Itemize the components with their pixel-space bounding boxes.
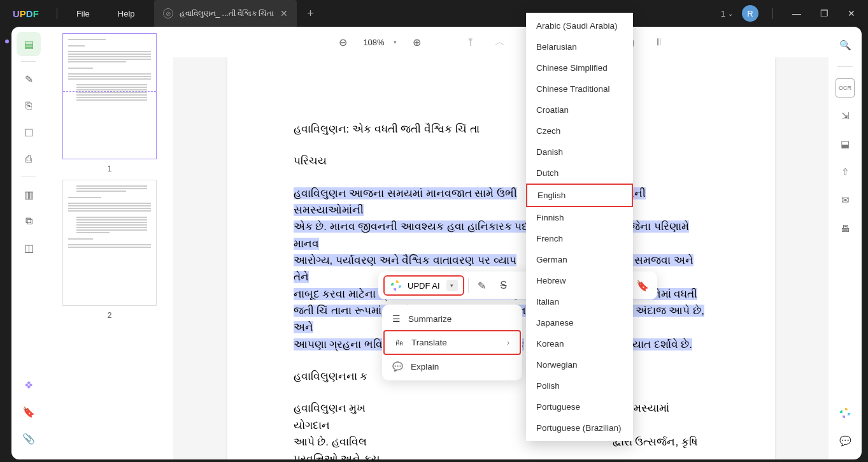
crop-tool[interactable]: ⧉ <box>17 209 41 233</box>
lang-option-portuguese-brazilian[interactable]: Portuguese (Brazilian) <box>526 417 633 438</box>
tab-title: હવાવિલુણન_ ...તી વૈશ્વિક ચિંતા <box>180 9 274 18</box>
ai-logo-icon <box>390 279 402 292</box>
chevron-down-icon: ▾ <box>446 280 458 291</box>
minimize-button[interactable]: — <box>787 8 806 18</box>
view-toolbar: ⊖ 108%▾ ⊕ ⤒ ︿ ▢ ⫴ <box>173 27 829 57</box>
page-layout-button[interactable]: ⫴ <box>650 33 668 51</box>
selected-text: હવાવિલુણન આજના સમયમાં માનવજાત સામે ઉભી <box>294 187 518 199</box>
thumbnail-image <box>62 33 157 159</box>
main-area: ⊖ 108%▾ ⊕ ⤒ ︿ ▢ ⫴ હવાવિલુણન: એક વધતી જતી… <box>173 27 829 459</box>
app-logo: UPDF <box>0 8 52 19</box>
left-toolbar: ▤ ✎ ⎘ ☐ ⎙ ▥ ⧉ ◫ ❖ 🔖 📎 <box>11 27 46 459</box>
chevron-right-icon: › <box>507 338 509 347</box>
lang-option-danish[interactable]: Danish <box>526 141 633 162</box>
page-indicator[interactable]: 1⌄ <box>721 9 733 18</box>
lang-option-english[interactable]: English <box>526 184 633 207</box>
lang-option-dutch[interactable]: Dutch <box>526 162 633 184</box>
explain-icon: 💬 <box>392 361 403 372</box>
lang-option-arabic[interactable]: Arabic (Saudi Arabia) <box>526 15 633 36</box>
lang-option-norwegian[interactable]: Norwegian <box>526 354 633 375</box>
divider <box>772 8 773 19</box>
titlebar: UPDF File Help ⊘ હવાવિલુણન_ ...તી વૈશ્વિ… <box>0 0 868 27</box>
bookmark-button[interactable]: 🔖 <box>632 275 653 296</box>
first-page-button[interactable]: ⤒ <box>462 33 480 51</box>
lang-option-polish[interactable]: Polish <box>526 375 633 396</box>
search-button[interactable]: 🔍 <box>836 36 855 55</box>
document-page: હવાવિલુણન: એક વધતી જતી વૈશ્વિક ચિં તા પર… <box>227 57 775 459</box>
lang-option-croatian[interactable]: Croatian <box>526 99 633 120</box>
close-window-button[interactable]: ✕ <box>843 8 860 18</box>
separator <box>21 61 36 62</box>
ai-submenu: ☰ Summarize 🗛 Translate › 💬 Explain <box>382 305 522 380</box>
email-button[interactable]: ✉ <box>836 191 855 210</box>
zoom-out-button[interactable]: ⊖ <box>334 33 352 51</box>
ocr-button[interactable]: OCR <box>836 78 855 97</box>
lang-option-chinese-simplified[interactable]: Chinese Simplified <box>526 57 633 78</box>
lang-option-italian[interactable]: Italian <box>526 291 633 312</box>
separator <box>21 177 36 177</box>
user-avatar[interactable]: R <box>742 5 758 22</box>
thumbnail-panel: 1 2 <box>46 27 173 459</box>
separator <box>837 66 853 67</box>
ai-summarize-item[interactable]: ☰ Summarize <box>382 307 522 330</box>
thumbnail-number: 2 <box>61 311 158 320</box>
menu-help[interactable]: Help <box>104 9 149 18</box>
lang-option-chinese-traditional[interactable]: Chinese Traditional <box>526 78 633 99</box>
new-tab-button[interactable]: + <box>297 7 324 20</box>
convert-button[interactable]: ⇲ <box>836 106 855 126</box>
tab-doc-icon: ⊘ <box>163 8 173 18</box>
thumbnail-page-2[interactable]: 2 <box>61 180 158 320</box>
translate-icon: 🗛 <box>395 338 404 347</box>
lang-option-korean[interactable]: Korean <box>526 333 633 354</box>
doc-paragraph: હવાવિલુણન મુખઆ સમસ્યામાં યોગદાન આપે છે. … <box>294 400 709 459</box>
list-icon: ☰ <box>392 314 401 324</box>
lang-option-hebrew[interactable]: Hebrew <box>526 270 633 291</box>
document-viewport[interactable]: હવાવિલુણન: એક વધતી જતી વૈશ્વિક ચિં તા પર… <box>173 57 829 459</box>
document-tab[interactable]: ⊘ હવાવિલુણન_ ...તી વૈશ્વિક ચિંતા ✕ <box>154 0 297 27</box>
zoom-in-button[interactable]: ⊕ <box>408 33 426 51</box>
workspace: ▤ ✎ ⎘ ☐ ⎙ ▥ ⧉ ◫ ❖ 🔖 📎 1 2 <box>11 27 862 459</box>
language-dropdown: Arabic (Saudi Arabia) Belarusian Chinese… <box>526 13 633 441</box>
highlight-button[interactable]: ✎ <box>471 275 493 296</box>
share-button[interactable]: ⇧ <box>836 162 855 182</box>
thumbnail-number: 1 <box>61 164 158 173</box>
menu-file[interactable]: File <box>62 9 104 18</box>
thumbnail-image <box>62 180 157 306</box>
lang-option-portuguese[interactable]: Portuguese <box>526 396 633 417</box>
prev-page-button[interactable]: ︿ <box>491 33 509 51</box>
highlighter-tool[interactable]: ✎ <box>17 67 41 91</box>
tab-close-button[interactable]: ✕ <box>280 8 288 18</box>
strikethrough-button[interactable]: S <box>493 275 515 296</box>
ai-translate-item[interactable]: 🗛 Translate › <box>383 330 521 355</box>
lang-option-finnish[interactable]: Finnish <box>526 207 633 228</box>
thumbnail-page-1[interactable]: 1 <box>61 33 158 173</box>
compare-tool[interactable]: ◫ <box>17 236 41 260</box>
reader-tool[interactable]: ▤ <box>17 32 41 56</box>
doc-heading: હવાવિલુણન: એક વધતી જતી વૈશ્વિક ચિં તા <box>294 121 709 138</box>
edit-text-tool[interactable]: ⎘ <box>17 94 41 118</box>
lang-option-german[interactable]: German <box>526 249 633 270</box>
doc-section-label: પરિચય <box>294 153 709 170</box>
attachment-panel-button[interactable]: 📎 <box>17 426 41 451</box>
updf-ai-button[interactable] <box>836 403 855 422</box>
updf-ai-dropdown-button[interactable]: UPDF AI ▾ <box>383 275 464 296</box>
print-button[interactable]: 🖶 <box>836 219 855 238</box>
indicator-dot <box>5 40 9 43</box>
ai-explain-item[interactable]: 💬 Explain <box>382 355 522 378</box>
bookmark-panel-button[interactable]: 🔖 <box>17 400 41 424</box>
form-tool[interactable]: ☐ <box>17 120 41 145</box>
lang-option-belarusian[interactable]: Belarusian <box>526 36 633 57</box>
right-toolbar: 🔍 OCR ⇲ ⬓ ⇧ ✉ 🖶 💬 <box>829 27 862 459</box>
ai-logo-icon <box>839 407 851 419</box>
pages-panel-button[interactable]: ❖ <box>17 373 41 397</box>
divider <box>57 8 57 19</box>
redact-tool[interactable]: ▥ <box>17 182 41 206</box>
zoom-level[interactable]: 108%▾ <box>363 38 396 47</box>
compress-button[interactable]: ⬓ <box>836 134 855 154</box>
maximize-button[interactable]: ❐ <box>815 8 834 18</box>
lang-option-japanese[interactable]: Japanese <box>526 312 633 333</box>
organize-tool[interactable]: ⎙ <box>17 147 41 171</box>
lang-option-french[interactable]: French <box>526 228 633 249</box>
chat-button[interactable]: 💬 <box>836 431 855 451</box>
lang-option-czech[interactable]: Czech <box>526 120 633 141</box>
